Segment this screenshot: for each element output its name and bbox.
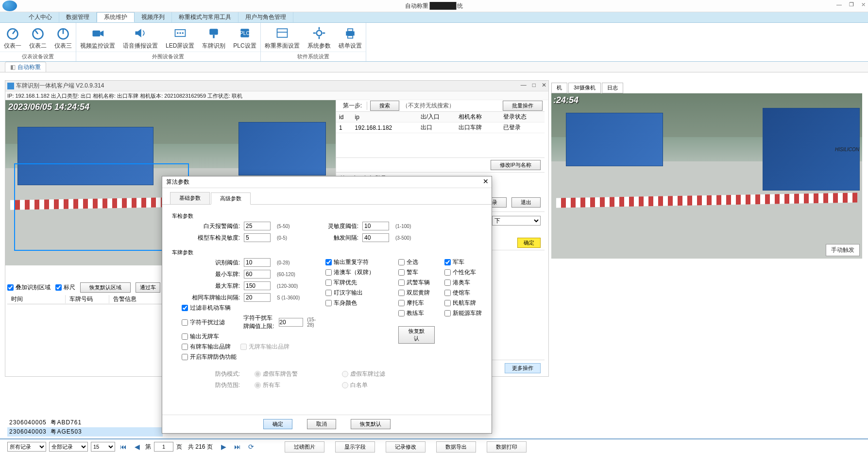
algo-ok-button[interactable]: 确定 [263, 419, 292, 429]
model-input[interactable] [244, 233, 271, 242]
tab-close-icon[interactable]: ◧ [10, 64, 16, 70]
filter1-select[interactable]: 所有记录 [7, 442, 46, 452]
mid-chk-2[interactable] [325, 279, 332, 286]
type-chk-moto[interactable] [398, 300, 405, 306]
type-chk-embassy[interactable] [444, 290, 451, 296]
ribbon-lpr[interactable]: 车牌识别 [198, 24, 229, 51]
output-brand-checkbox[interactable] [182, 344, 188, 350]
minplate-input[interactable] [244, 270, 271, 279]
ribbon-video[interactable]: 视频监控设置 [76, 24, 119, 51]
search-button[interactable]: 搜索 [370, 101, 399, 111]
menu-data[interactable]: 数据管理 [59, 12, 97, 22]
modify-ip-button[interactable]: 修改IP与名称 [491, 160, 541, 170]
sameplate-input[interactable] [244, 293, 271, 302]
ruler-checkbox[interactable] [55, 284, 62, 291]
output-noplate-checkbox[interactable] [182, 333, 188, 340]
charthr-input[interactable] [279, 318, 303, 327]
log-tabs: 机 3#摄像机 日志 [551, 83, 624, 93]
menu-users[interactable]: 用户与角色管理 [238, 12, 293, 22]
svg-line-3 [35, 31, 38, 34]
mid-chk-4[interactable] [325, 300, 332, 306]
extra-dropdown[interactable]: 下 [492, 216, 541, 226]
overlay-region-checkbox[interactable] [7, 284, 14, 291]
manual-trigger-button[interactable]: 手动触发 [826, 244, 860, 256]
algo-close-icon[interactable]: ✕ [483, 177, 489, 185]
action-print[interactable]: 数据打印 [487, 441, 527, 453]
type-chk-wujing[interactable] [398, 279, 405, 286]
refresh-icon[interactable]: ⟳ [246, 442, 256, 452]
lpr-close-icon[interactable]: ✕ [542, 82, 546, 88]
filter-nonmotor-checkbox[interactable] [182, 305, 188, 311]
next-page-icon[interactable]: ▶ [219, 442, 229, 452]
maximize-icon[interactable]: ❐ [849, 1, 854, 8]
lpr-maximize-icon[interactable]: □ [532, 82, 536, 88]
log-tab-1[interactable]: 3#摄像机 [568, 83, 601, 93]
prev-page-icon[interactable]: ◀ [132, 442, 142, 452]
svg-rect-6 [93, 31, 101, 36]
action-export[interactable]: 数据导出 [436, 441, 476, 453]
mid-chk-3[interactable] [325, 290, 332, 296]
menu-personal[interactable]: 个人中心 [22, 12, 59, 22]
action-images[interactable]: 过磅图片 [285, 441, 324, 453]
last-page-icon[interactable]: ⏭ [232, 442, 243, 452]
restore-region-button[interactable]: 恢复默认区域 [80, 282, 131, 293]
ribbon-voice[interactable]: 语音播报设置 [119, 24, 162, 51]
minimize-icon[interactable]: — [836, 1, 842, 8]
maxplate-input[interactable] [244, 281, 271, 290]
passcar-button[interactable]: 通过车 [136, 282, 160, 293]
type-chk-army[interactable] [444, 259, 451, 265]
ribbon-meter1[interactable]: 仪表一 [0, 24, 25, 51]
ribbon-meter2[interactable]: 仪表二 [25, 24, 51, 51]
charfilter-checkbox[interactable] [182, 319, 188, 326]
algo-cancel-button[interactable]: 取消 [307, 419, 336, 429]
type-chk-all[interactable] [398, 259, 405, 265]
lpr-minimize-icon[interactable]: — [521, 82, 527, 88]
ribbon-weighui[interactable]: 称重界面设置 [261, 24, 304, 51]
type-chk-aviation[interactable] [444, 300, 451, 306]
tab-autoweigh-label: 自动称重 [17, 63, 41, 71]
type-chk-coach[interactable] [398, 310, 405, 316]
ribbon-sysparam[interactable]: 系统参数 [304, 24, 335, 51]
log-tab-0[interactable]: 机 [551, 83, 567, 93]
type-chk-hkmo[interactable] [444, 279, 451, 286]
types-restore-button[interactable]: 恢复默认 [398, 326, 435, 344]
mid-chk-0[interactable] [325, 259, 332, 265]
menu-weighmode[interactable]: 称重模式与常用工具 [172, 12, 238, 22]
menu-sysmaint[interactable]: 系统维护 [97, 12, 135, 22]
camera-table-row[interactable]: 1 192.168.1.182 出口 出口车牌 已登录 [336, 122, 545, 133]
intv-input[interactable] [362, 233, 389, 242]
daythr-input[interactable] [244, 222, 271, 230]
logout-button[interactable]: 退出 [511, 197, 541, 208]
more-ops-button[interactable]: 更多操作 [505, 363, 541, 373]
action-fields[interactable]: 显示字段 [335, 441, 375, 453]
type-chk-personal[interactable] [444, 269, 451, 276]
recthr-input[interactable] [244, 258, 271, 267]
type-chk-dblyellow[interactable] [398, 290, 405, 296]
antifake-checkbox[interactable] [182, 354, 188, 360]
menu-video[interactable]: 视频序列 [135, 12, 172, 22]
filter2-select[interactable]: 全部记录 [49, 442, 88, 452]
algo-restore-button[interactable]: 恢复默认 [351, 419, 391, 429]
log-tab-2[interactable]: 日志 [602, 83, 623, 93]
ribbon-ticket[interactable]: 磅单设置 [335, 24, 366, 51]
mid-chk-1[interactable] [325, 269, 332, 276]
result-row[interactable]: 2306040003 粤AGE503 [7, 427, 163, 437]
ribbon-plc[interactable]: PLCPLC设置 [229, 24, 260, 51]
first-page-icon[interactable]: ⏮ [118, 442, 129, 452]
batch-button[interactable]: 批量操作 [503, 101, 543, 111]
close-icon[interactable]: ⤫ [861, 1, 866, 8]
result-row[interactable]: 2306040005 粤ABD761 [7, 418, 163, 427]
action-edit[interactable]: 记录修改 [386, 441, 425, 453]
page-input[interactable] [154, 442, 173, 452]
lpr-titlebar: 车牌识别一体机客户端 V2.0.9.314 — □ ✕ [5, 81, 548, 91]
ribbon-led[interactable]: LED屏设置 [162, 24, 198, 51]
tab-advanced-params[interactable]: 高级参数 [211, 192, 251, 205]
type-chk-police[interactable] [398, 269, 405, 276]
tab-autoweigh[interactable]: ◧ 自动称重 [5, 62, 46, 72]
type-chk-nev[interactable] [444, 310, 451, 316]
ribbon-meter3[interactable]: 仪表三 [51, 24, 76, 51]
pagesize-select[interactable]: 15 [91, 442, 115, 452]
sens-input[interactable] [362, 222, 389, 230]
confirm-button[interactable]: 确定 [517, 238, 541, 248]
tab-basic-params[interactable]: 基础参数 [170, 192, 210, 204]
